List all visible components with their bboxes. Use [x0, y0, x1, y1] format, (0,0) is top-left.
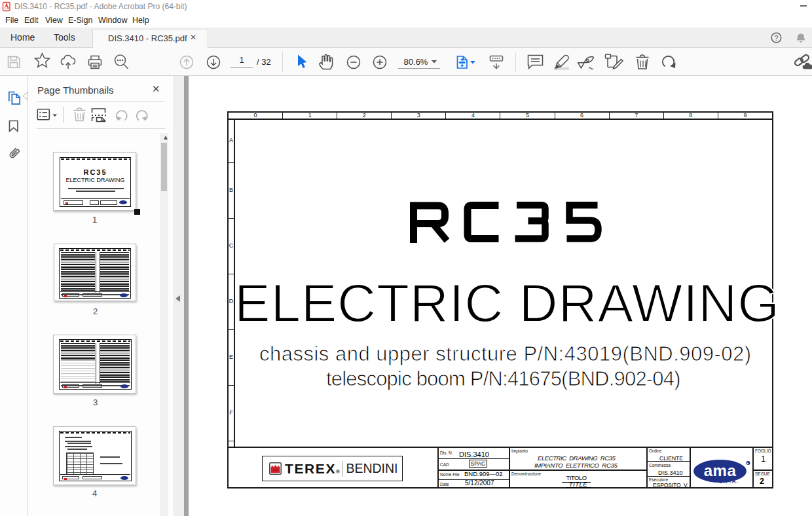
svg-text:S.P.A.: S.P.A. — [719, 478, 739, 485]
svg-text:ama: ama — [704, 462, 737, 479]
